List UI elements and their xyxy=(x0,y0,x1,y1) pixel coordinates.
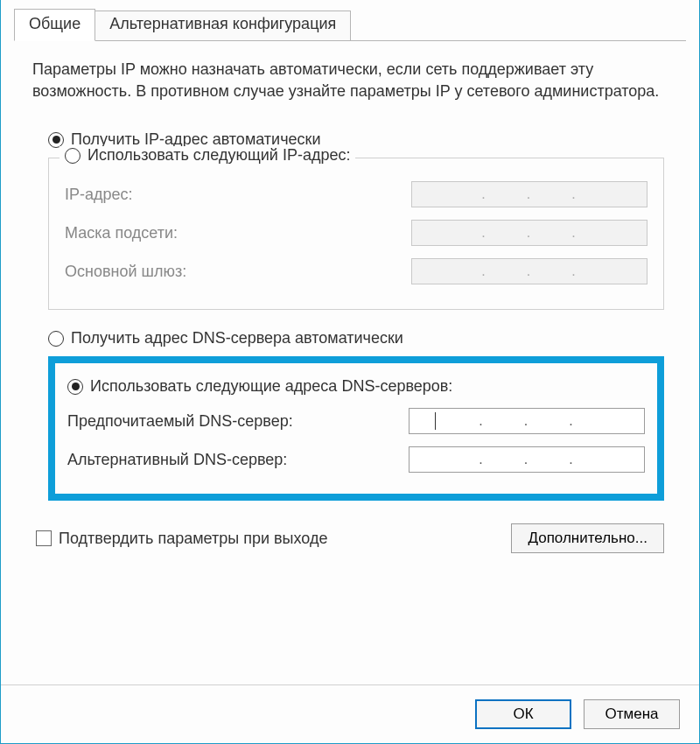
text-cursor-icon xyxy=(435,412,436,430)
dns-auto-label: Получить адрес DNS-сервера автоматически xyxy=(71,329,403,347)
subnet-mask-input xyxy=(411,220,648,246)
gateway-row: Основной шлюз: xyxy=(65,258,648,284)
checkbox-icon xyxy=(36,530,52,546)
validate-checkbox-row[interactable]: Подтвердить параметры при выходе xyxy=(36,530,327,548)
dns-manual-radio-row[interactable]: Использовать следующие адреса DNS-сервер… xyxy=(67,377,645,396)
dialog-footer: ОК Отмена xyxy=(1,684,699,743)
validate-checkbox-label: Подтвердить параметры при выходе xyxy=(59,530,327,548)
gateway-input xyxy=(411,258,648,284)
advanced-button[interactable]: Дополнительно... xyxy=(511,523,664,553)
cancel-button[interactable]: Отмена xyxy=(584,699,680,729)
dns-manual-label: Использовать следующие адреса DNS-сервер… xyxy=(90,377,452,396)
ip-manual-label: Использовать следующий IP-адрес: xyxy=(88,146,350,165)
ok-button[interactable]: ОК xyxy=(475,699,571,729)
gateway-label: Основной шлюз: xyxy=(65,263,186,281)
ip-manual-group: Использовать следующий IP-адрес: IP-адре… xyxy=(48,158,664,310)
dns-auto-radio-row[interactable]: Получить адрес DNS-сервера автоматически xyxy=(48,329,664,347)
tab-underline xyxy=(14,40,686,41)
bottom-row: Подтвердить параметры при выходе Дополни… xyxy=(32,523,668,553)
dns-manual-highlight: Использовать следующие адреса DNS-сервер… xyxy=(48,356,664,501)
tab-alternate[interactable]: Альтернативная конфигурация xyxy=(95,11,351,41)
preferred-dns-label: Предпочитаемый DNS-сервер: xyxy=(67,412,293,431)
tab-general[interactable]: Общие xyxy=(14,9,95,41)
subnet-mask-row: Маска подсети: xyxy=(65,220,648,246)
preferred-dns-row: Предпочитаемый DNS-сервер: xyxy=(67,408,645,434)
radio-icon xyxy=(48,331,64,347)
preferred-dns-input[interactable] xyxy=(409,408,645,434)
ip-manual-radio-row[interactable]: Использовать следующий IP-адрес: xyxy=(60,146,355,165)
alternate-dns-row: Альтернативный DNS-сервер: xyxy=(67,446,645,473)
radio-icon xyxy=(48,132,64,148)
dns-section: Получить адрес DNS-сервера автоматически… xyxy=(32,329,668,518)
ipv4-properties-dialog: Общие Альтернативная конфигурация Параме… xyxy=(0,0,700,744)
dialog-body: Параметры IP можно назначать автоматичес… xyxy=(1,41,699,684)
ip-address-row: IP-адрес: xyxy=(65,181,648,207)
alternate-dns-label: Альтернативный DNS-сервер: xyxy=(67,451,287,469)
tab-bar: Общие Альтернативная конфигурация xyxy=(1,0,699,41)
radio-icon xyxy=(67,379,83,395)
radio-icon xyxy=(65,148,80,164)
description-text: Параметры IP можно назначать автоматичес… xyxy=(32,59,668,102)
alternate-dns-input[interactable] xyxy=(409,446,645,473)
ip-address-input xyxy=(411,181,648,207)
ip-address-label: IP-адрес: xyxy=(65,186,133,204)
subnet-mask-label: Маска подсети: xyxy=(65,224,178,242)
ip-section: Получить IP-адрес автоматически Использо… xyxy=(32,130,668,329)
